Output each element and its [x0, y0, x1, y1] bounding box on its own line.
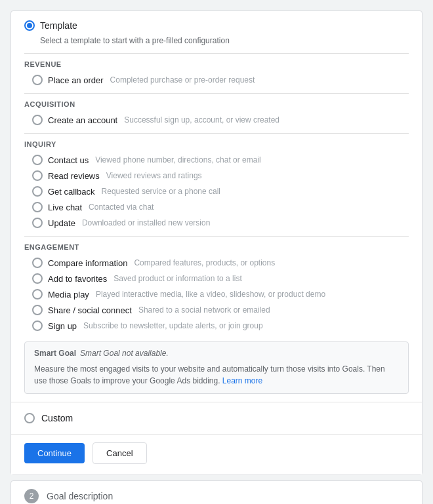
goal-description-label: Goal description	[47, 491, 113, 501]
radio-share-social[interactable]	[32, 305, 43, 315]
option-desc-compare-information: Compared features, products, or options	[134, 258, 275, 267]
category-revenue: REVENUE	[24, 60, 409, 68]
radio-get-callback[interactable]	[32, 186, 43, 197]
option-place-an-order[interactable]: Place an order Completed purchase or pre…	[24, 72, 409, 88]
radio-update[interactable]	[32, 218, 43, 228]
option-desc-live-chat: Contacted via chat	[89, 203, 154, 212]
radio-add-to-favorites[interactable]	[32, 273, 43, 284]
custom-section[interactable]: Custom	[11, 402, 422, 434]
option-desc-share-social: Shared to a social network or emailed	[138, 305, 270, 315]
option-add-to-favorites[interactable]: Add to favorites Saved product or inform…	[24, 271, 409, 286]
option-live-chat[interactable]: Live chat Contacted via chat	[24, 199, 409, 215]
template-title: Template	[40, 20, 77, 31]
option-read-reviews[interactable]: Read reviews Viewed reviews and ratings	[24, 168, 409, 184]
option-get-callback[interactable]: Get callback Requested service or a phon…	[24, 184, 409, 199]
continue-button[interactable]: Continue	[24, 443, 85, 463]
option-desc-place-an-order: Completed purchase or pre-order request	[110, 75, 255, 85]
option-create-account[interactable]: Create an account Successful sign up, ac…	[24, 112, 409, 128]
option-contact-us[interactable]: Contact us Viewed phone number, directio…	[24, 152, 409, 168]
option-desc-read-reviews: Viewed reviews and ratings	[106, 171, 202, 180]
option-desc-update: Downloaded or installed new version	[82, 218, 210, 227]
option-update[interactable]: Update Downloaded or installed new versi…	[24, 215, 409, 231]
radio-live-chat[interactable]	[32, 202, 43, 212]
custom-label: Custom	[41, 413, 73, 423]
radio-read-reviews[interactable]	[32, 170, 43, 181]
option-share-social[interactable]: Share / social connect Shared to a socia…	[24, 302, 409, 318]
option-label-get-callback: Get callback	[48, 187, 95, 197]
option-label-contact-us: Contact us	[48, 155, 89, 165]
option-desc-media-play: Played interactive media, like a video, …	[96, 290, 325, 299]
collapsed-goal-description: 2 Goal description	[11, 481, 422, 504]
option-sign-up[interactable]: Sign up Subscribe to newsletter, update …	[24, 318, 409, 334]
category-engagement: ENGAGEMENT	[24, 243, 409, 251]
option-label-share-social: Share / social connect	[48, 305, 132, 315]
option-desc-sign-up: Subscribe to newsletter, update alerts, …	[83, 321, 263, 330]
template-subtitle: Select a template to start with a pre-fi…	[40, 36, 409, 45]
radio-place-an-order[interactable]	[32, 75, 43, 85]
radio-contact-us[interactable]	[32, 155, 43, 165]
button-row: Continue Cancel	[11, 434, 422, 475]
option-desc-contact-us: Viewed phone number, directions, chat or…	[95, 155, 261, 165]
option-label-update: Update	[48, 218, 75, 228]
radio-custom[interactable]	[24, 413, 35, 423]
smart-goal-desc: Measure the most engaged visits to your …	[34, 363, 399, 387]
radio-sign-up[interactable]	[32, 320, 43, 331]
option-label-media-play: Media play	[48, 290, 89, 300]
option-label-compare-information: Compare information	[48, 258, 127, 268]
option-label-add-to-favorites: Add to favorites	[48, 274, 107, 284]
option-label-live-chat: Live chat	[48, 203, 82, 212]
cancel-button[interactable]: Cancel	[93, 442, 146, 464]
radio-create-account[interactable]	[32, 115, 43, 125]
learn-more-link[interactable]: Learn more	[222, 376, 262, 385]
option-desc-create-account: Successful sign up, account, or view cre…	[124, 115, 279, 125]
option-label-read-reviews: Read reviews	[48, 171, 100, 181]
category-inquiry: INQUIRY	[24, 140, 409, 148]
option-label-place-an-order: Place an order	[48, 75, 104, 85]
template-radio[interactable]	[24, 20, 35, 31]
option-compare-information[interactable]: Compare information Compared features, p…	[24, 255, 409, 271]
step-2-circle: 2	[24, 489, 39, 503]
radio-compare-information[interactable]	[32, 258, 43, 268]
radio-media-play[interactable]	[32, 289, 43, 300]
smart-goal-header: Smart Goal	[34, 349, 76, 358]
option-desc-add-to-favorites: Saved product or information to a list	[113, 274, 241, 283]
option-label-sign-up: Sign up	[48, 321, 77, 331]
option-label-create-account: Create an account	[48, 115, 117, 125]
smart-goal-box: Smart Goal Smart Goal not available. Mea…	[24, 341, 409, 394]
option-media-play[interactable]: Media play Played interactive media, lik…	[24, 286, 409, 302]
smart-goal-status: Smart Goal not available.	[80, 349, 169, 358]
category-acquisition: ACQUISITION	[24, 100, 409, 108]
option-desc-get-callback: Requested service or a phone call	[102, 187, 220, 196]
